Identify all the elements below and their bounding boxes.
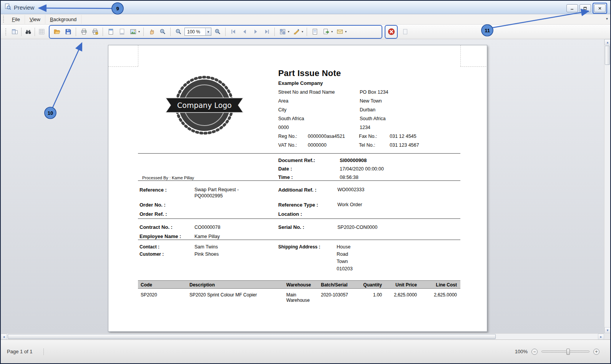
zoom-slider-thumb[interactable] xyxy=(566,349,570,355)
separator xyxy=(21,28,22,36)
margin-guide xyxy=(460,66,488,67)
col-header-description: Description xyxy=(186,281,283,288)
close-button[interactable] xyxy=(594,4,606,12)
cell-code: SP2020 xyxy=(138,292,186,303)
first-page-icon[interactable] xyxy=(228,27,238,37)
chevron-down-icon[interactable]: ▾ xyxy=(288,30,289,33)
find-icon[interactable] xyxy=(23,27,33,37)
cell-quantity: 1.00 xyxy=(356,292,382,303)
reg-value: 0000000asa4521 xyxy=(308,134,345,139)
toolbar-options-caret-icon[interactable]: ▾ xyxy=(606,17,608,21)
grid-icon[interactable] xyxy=(37,27,46,37)
vat-value: 0000000 xyxy=(308,142,327,148)
serial-no-label: Serial No. : xyxy=(278,224,304,230)
close-preview-icon[interactable] xyxy=(386,27,396,37)
email-icon[interactable] xyxy=(335,27,345,37)
separator xyxy=(76,28,76,36)
tel-value: 031 123 4567 xyxy=(390,142,419,148)
maximize-button[interactable] xyxy=(579,4,591,12)
contact-value: Sam Twins xyxy=(194,244,218,250)
separator xyxy=(274,28,275,36)
report-page[interactable]: Company Logo Part Issue Note Example Com… xyxy=(108,45,487,332)
scroll-left-icon[interactable]: ◂ xyxy=(1,334,7,340)
shipping-line: Town xyxy=(337,259,348,264)
section-divider xyxy=(138,180,460,181)
cell-description: SP2020 Sprint Colour MF Copier xyxy=(186,292,283,303)
menu-file[interactable]: File xyxy=(7,15,25,24)
page-placeholder-icon[interactable] xyxy=(400,27,410,37)
export-icon[interactable] xyxy=(321,27,331,37)
col-header-unit-price: Unit Price xyxy=(382,281,417,288)
zoom-percentage: 100% xyxy=(515,349,528,354)
section-divider xyxy=(138,240,460,240)
customer-label: Customer : xyxy=(139,251,164,257)
employee-value: Kame Pillay xyxy=(194,234,220,239)
zoom-out-button[interactable]: − xyxy=(531,349,538,355)
margin-guide xyxy=(138,45,138,66)
zoom-out-icon[interactable] xyxy=(173,27,183,37)
page-footer-icon[interactable] xyxy=(117,27,127,37)
window-title: Preview xyxy=(14,4,34,11)
zoom-tool-icon[interactable] xyxy=(158,27,168,37)
menu-background[interactable]: Background xyxy=(45,15,81,24)
close-button-highlight xyxy=(593,3,607,14)
dock-panels-icon[interactable] xyxy=(10,27,20,37)
page-header-icon[interactable] xyxy=(106,27,116,37)
additional-ref-label: Additional Ref. : xyxy=(278,187,317,193)
minimize-button[interactable] xyxy=(566,4,578,12)
customer-value: Pink Shoes xyxy=(194,251,219,257)
scroll-right-icon[interactable]: ▸ xyxy=(598,334,604,340)
zoom-combobox[interactable]: 100 % ▾ xyxy=(184,28,211,36)
zoom-slider[interactable] xyxy=(541,351,589,352)
vertical-scroll-thumb[interactable] xyxy=(605,46,610,65)
reference-value: PQ00002995 xyxy=(194,193,223,199)
address-line: New Town xyxy=(360,98,382,104)
scroll-down-icon[interactable]: ▾ xyxy=(604,327,611,333)
horizontal-scrollbar[interactable]: ◂ ▸ xyxy=(1,333,604,339)
col-header-warehouse: Warehouse xyxy=(283,281,318,288)
toolbar-grip xyxy=(5,28,7,35)
chevron-down-icon[interactable]: ▾ xyxy=(302,30,303,33)
print-direct-icon[interactable] xyxy=(90,27,100,37)
print-icon[interactable] xyxy=(79,27,89,37)
preview-canvas[interactable]: Company Logo Part Issue Note Example Com… xyxy=(1,39,604,333)
last-page-icon[interactable] xyxy=(262,27,272,37)
chevron-down-icon[interactable]: ▾ xyxy=(331,30,333,33)
document-map-icon[interactable] xyxy=(310,27,320,37)
previous-page-icon[interactable] xyxy=(239,27,249,37)
table-header: Code Description Warehouse Batch/Serial … xyxy=(138,280,460,289)
vat-label: VAT No.: xyxy=(278,142,297,148)
statusbar-separator xyxy=(43,348,44,355)
menu-grip xyxy=(3,16,5,23)
address-line: 1234 xyxy=(360,125,370,130)
chevron-down-icon[interactable]: ▾ xyxy=(138,30,140,33)
scale-picture-icon[interactable] xyxy=(128,27,138,37)
next-page-icon[interactable] xyxy=(251,27,261,37)
horizontal-scroll-thumb[interactable] xyxy=(8,334,496,339)
open-icon[interactable] xyxy=(52,27,62,37)
separator xyxy=(35,28,35,36)
doc-ref-label: Document Ref.: xyxy=(278,157,315,163)
scrollbar-corner xyxy=(604,333,610,339)
hand-tool-icon[interactable] xyxy=(146,27,156,37)
close-icon xyxy=(598,6,602,11)
zoom-in-icon[interactable] xyxy=(213,27,222,37)
multiple-pages-icon[interactable] xyxy=(277,27,287,37)
status-bar: Page 1 of 1 100% − + xyxy=(1,339,610,363)
watermark-icon[interactable] xyxy=(291,27,301,37)
menu-view[interactable]: View xyxy=(25,15,45,24)
fax-value: 031 12 4545 xyxy=(390,134,417,139)
chevron-down-icon[interactable]: ▾ xyxy=(205,28,211,35)
maximize-icon xyxy=(583,6,588,11)
address-line: 0000 xyxy=(278,125,289,130)
scroll-up-icon[interactable]: ▴ xyxy=(604,39,611,45)
save-icon[interactable] xyxy=(63,27,73,37)
company-name: Example Company xyxy=(278,80,323,86)
preview-app-icon xyxy=(5,3,11,12)
vertical-scrollbar[interactable]: ▴ ▾ xyxy=(604,39,610,333)
reference-type-label: Reference Type : xyxy=(278,202,318,208)
processed-by: Processed By : Kame Pillay xyxy=(142,175,194,180)
chevron-down-icon[interactable]: ▾ xyxy=(345,30,347,33)
zoom-in-button[interactable]: + xyxy=(593,349,599,355)
toolbar-main-group-highlight: ▾ 100 % ▾ xyxy=(49,25,382,39)
